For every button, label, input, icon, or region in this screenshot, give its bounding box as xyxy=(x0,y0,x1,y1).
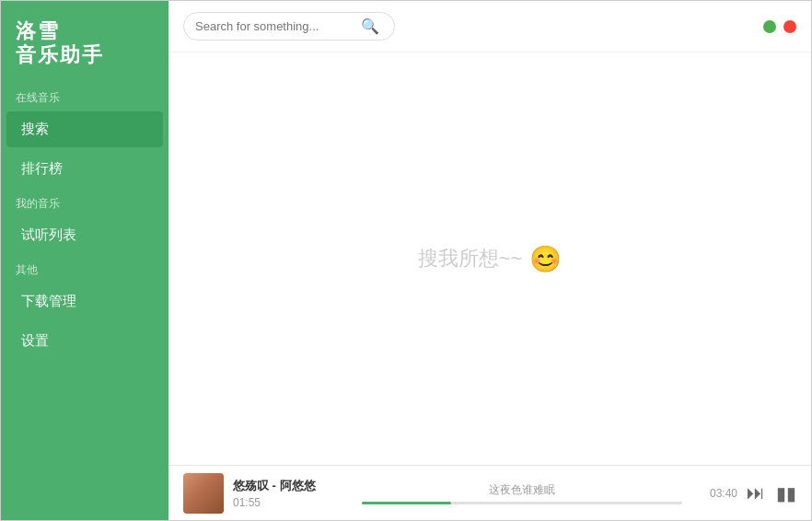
player-current-time: 01:55 xyxy=(233,496,343,509)
player-bar: 悠殇叹 - 阿悠悠 01:55 这夜色谁难眠 03:40 ⏭ ▮▮ xyxy=(168,465,811,520)
player-progress-area: 这夜色谁难眠 xyxy=(343,482,701,504)
main-layout: 洛雪 音乐助手 在线音乐 搜索 排行榜 我的音乐 试听列表 其他 下载管理 设置… xyxy=(1,1,811,520)
sidebar-item-settings[interactable]: 设置 xyxy=(6,323,163,359)
player-lyric: 这夜色谁难眠 xyxy=(489,482,555,498)
player-title: 悠殇叹 - 阿悠悠 xyxy=(233,478,343,494)
sidebar: 洛雪 音乐助手 在线音乐 搜索 排行榜 我的音乐 试听列表 其他 下载管理 设置 xyxy=(1,1,168,520)
app-container: 洛雪 音乐助手 在线音乐 搜索 排行榜 我的音乐 试听列表 其他 下载管理 设置… xyxy=(0,0,812,521)
search-input[interactable] xyxy=(195,19,361,33)
minimize-button[interactable] xyxy=(763,20,776,33)
section-my-label: 我的音乐 xyxy=(1,189,168,215)
pause-button[interactable]: ▮▮ xyxy=(776,482,796,504)
player-controls: ⏭ ▮▮ xyxy=(747,482,796,504)
hint-text: 搜我所想~~ xyxy=(418,245,523,272)
close-button[interactable] xyxy=(783,20,796,33)
player-thumb-image xyxy=(183,473,224,514)
prev-next-button[interactable]: ⏭ xyxy=(747,482,765,504)
player-progress-fill xyxy=(362,502,451,504)
section-online-label: 在线音乐 xyxy=(1,83,168,110)
sidebar-item-charts[interactable]: 排行榜 xyxy=(6,151,163,187)
section-other-label: 其他 xyxy=(1,255,168,282)
player-progress-bar[interactable] xyxy=(362,502,682,504)
smiley-icon: 😊 xyxy=(529,244,562,274)
content-body: 搜我所想~~ 😊 xyxy=(168,52,811,465)
content-area: 🔍 搜我所想~~ 😊 悠殇叹 - 阿悠 xyxy=(168,1,811,520)
window-controls xyxy=(763,20,796,33)
empty-hint: 搜我所想~~ 😊 xyxy=(418,244,563,274)
content-header: 🔍 xyxy=(168,1,811,52)
player-end-time: 03:40 xyxy=(710,487,737,500)
sidebar-item-download[interactable]: 下载管理 xyxy=(6,284,163,319)
search-bar[interactable]: 🔍 xyxy=(183,12,395,41)
app-title: 洛雪 音乐助手 xyxy=(1,10,168,83)
sidebar-item-search[interactable]: 搜索 xyxy=(6,111,163,147)
player-thumbnail xyxy=(183,473,224,514)
sidebar-item-playlist[interactable]: 试听列表 xyxy=(6,217,163,253)
player-info: 悠殇叹 - 阿悠悠 01:55 xyxy=(233,478,343,509)
search-icon[interactable]: 🔍 xyxy=(361,17,379,35)
